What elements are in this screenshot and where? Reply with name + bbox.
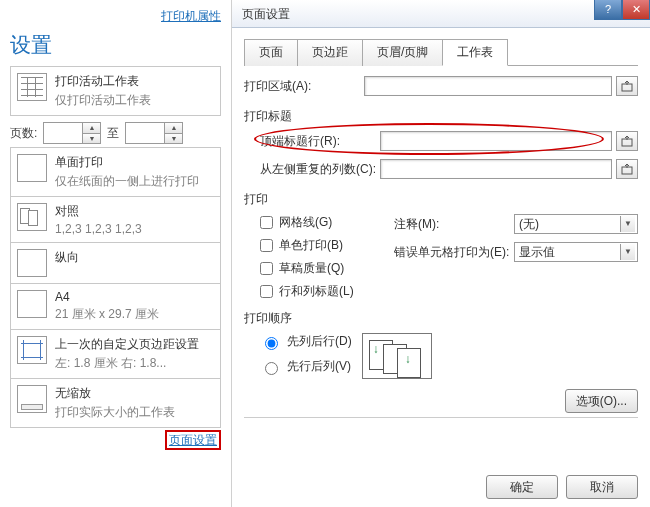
ck-rowcol[interactable]: 行和列标题(L) — [260, 283, 370, 300]
card-title: 打印活动工作表 — [55, 73, 151, 90]
left-cols-label: 从左侧重复的列数(C): — [260, 161, 380, 178]
errors-label: 错误单元格打印为(E): — [394, 244, 514, 261]
order-group: 打印顺序 — [244, 310, 638, 327]
spin-down-icon[interactable]: ▼ — [83, 133, 100, 144]
chevron-down-icon: ▼ — [620, 244, 635, 260]
options-button[interactable]: 选项(O)... — [565, 389, 638, 413]
ck-gridlines-box[interactable] — [260, 216, 273, 229]
chevron-down-icon: ▼ — [620, 216, 635, 232]
cancel-button[interactable]: 取消 — [566, 475, 638, 499]
card-sub: 仅在纸面的一侧上进行打印 — [55, 173, 199, 190]
range-picker-button[interactable] — [616, 159, 638, 179]
scaling-icon — [17, 385, 47, 413]
left-cols-input[interactable] — [380, 159, 612, 179]
ck-draft-box[interactable] — [260, 262, 273, 275]
radio-overdown[interactable]: 先行后列(V) — [260, 358, 352, 375]
card-sub: 仅打印活动工作表 — [55, 92, 151, 109]
comments-label: 注释(M): — [394, 216, 514, 233]
help-button[interactable]: ? — [594, 0, 622, 20]
collate-icon — [17, 203, 47, 231]
top-rows-label: 顶端标题行(R): — [260, 133, 380, 150]
card-sub: 21 厘米 x 29.7 厘米 — [55, 306, 159, 323]
radio-overdown-box[interactable] — [265, 362, 278, 375]
separator — [244, 417, 638, 418]
ck-bw-box[interactable] — [260, 239, 273, 252]
pages-to-label: 至 — [107, 125, 119, 142]
ck-draft[interactable]: 草稿质量(Q) — [260, 260, 370, 277]
print-titles-group: 打印标题 — [244, 108, 638, 125]
card-title: 上一次的自定义页边距设置 — [55, 336, 199, 353]
ck-rowcol-box[interactable] — [260, 285, 273, 298]
page-setup-link[interactable]: 页面设置 — [165, 430, 221, 450]
svg-rect-2 — [622, 167, 632, 174]
card-title: 单面打印 — [55, 154, 199, 171]
pages-from-spin[interactable]: ▲▼ — [43, 122, 101, 144]
pages-to-input[interactable] — [126, 123, 164, 143]
radio-downover-box[interactable] — [265, 337, 278, 350]
setting-papersize[interactable]: A421 厘米 x 29.7 厘米 — [10, 283, 221, 330]
card-sub: 1,2,3 1,2,3 1,2,3 — [55, 222, 142, 236]
tab-headerfooter[interactable]: 页眉/页脚 — [362, 39, 443, 66]
radio-downover[interactable]: 先列后行(D) — [260, 333, 352, 350]
printer-properties-link[interactable]: 打印机属性 — [161, 9, 221, 23]
setting-margins[interactable]: 上一次的自定义页边距设置左: 1.8 厘米 右: 1.8... — [10, 329, 221, 379]
card-sub: 左: 1.8 厘米 右: 1.8... — [55, 355, 199, 372]
print-group: 打印 — [244, 191, 638, 208]
page-icon — [17, 290, 47, 318]
tab-sheet[interactable]: 工作表 — [442, 39, 508, 66]
top-rows-input[interactable] — [380, 131, 612, 151]
setting-orientation[interactable]: 纵向 — [10, 242, 221, 284]
dialog-title: 页面设置 — [232, 0, 650, 28]
print-area-label: 打印区域(A): — [244, 78, 364, 95]
order-preview-icon: ↓ ↓ — [362, 333, 432, 379]
card-title: A4 — [55, 290, 159, 304]
comments-combo[interactable]: (无)▼ — [514, 214, 638, 234]
close-button[interactable]: ✕ — [622, 0, 650, 20]
pages-to-spin[interactable]: ▲▼ — [125, 122, 183, 144]
setting-print-active[interactable]: 打印活动工作表 仅打印活动工作表 — [10, 66, 221, 116]
ck-bw[interactable]: 单色打印(B) — [260, 237, 370, 254]
combo-value: 显示值 — [519, 244, 555, 261]
tab-bar: 页面 页边距 页眉/页脚 工作表 — [244, 38, 638, 66]
sheet-icon — [17, 73, 47, 101]
margins-icon — [17, 336, 47, 364]
tab-page[interactable]: 页面 — [244, 39, 298, 66]
svg-rect-0 — [622, 84, 632, 91]
tab-margins[interactable]: 页边距 — [297, 39, 363, 66]
svg-rect-1 — [622, 139, 632, 146]
card-title: 纵向 — [55, 249, 79, 266]
portrait-icon — [17, 249, 47, 277]
range-picker-button[interactable] — [616, 76, 638, 96]
errors-combo[interactable]: 显示值▼ — [514, 242, 638, 262]
setting-simplex[interactable]: 单面打印仅在纸面的一侧上进行打印 — [10, 147, 221, 197]
ck-gridlines[interactable]: 网格线(G) — [260, 214, 370, 231]
settings-heading: 设置 — [10, 31, 221, 59]
spin-down-icon[interactable]: ▼ — [165, 133, 182, 144]
page-icon — [17, 154, 47, 182]
pages-from-input[interactable] — [44, 123, 82, 143]
card-title: 对照 — [55, 203, 142, 220]
spin-up-icon[interactable]: ▲ — [165, 123, 182, 133]
setting-scaling[interactable]: 无缩放打印实际大小的工作表 — [10, 378, 221, 428]
card-title: 无缩放 — [55, 385, 175, 402]
spin-up-icon[interactable]: ▲ — [83, 123, 100, 133]
setting-collate[interactable]: 对照1,2,3 1,2,3 1,2,3 — [10, 196, 221, 243]
print-area-input[interactable] — [364, 76, 612, 96]
ok-button[interactable]: 确定 — [486, 475, 558, 499]
pages-label: 页数: — [10, 125, 37, 142]
pages-row: 页数: ▲▼ 至 ▲▼ — [10, 122, 221, 144]
card-sub: 打印实际大小的工作表 — [55, 404, 175, 421]
range-picker-button[interactable] — [616, 131, 638, 151]
combo-value: (无) — [519, 216, 539, 233]
